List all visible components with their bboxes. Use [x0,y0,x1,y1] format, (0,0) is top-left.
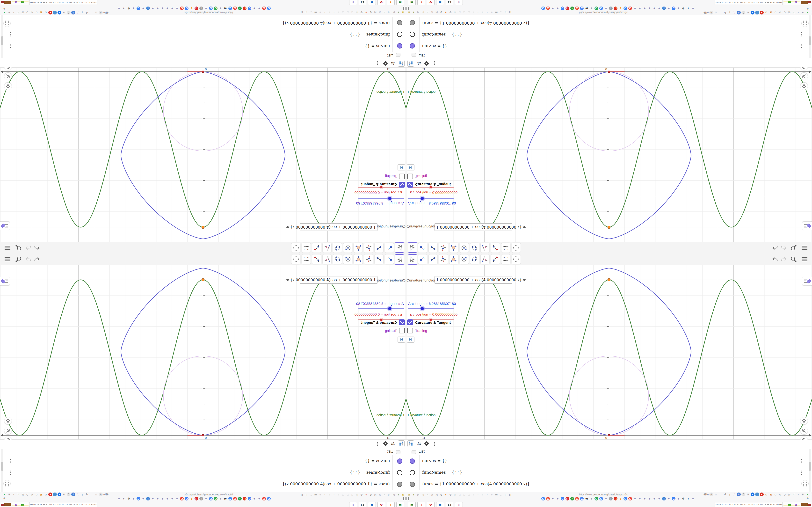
move-graphics-tool[interactable] [512,254,521,264]
flower-favicon[interactable]: ∗ [633,497,637,501]
headphones-icon[interactable]: ∩ [425,493,429,497]
pencil-icon[interactable]: ∕ [732,493,736,496]
arc-length-slider[interactable] [408,308,454,309]
arc-length-slider-thumb[interactable] [419,306,425,311]
notebook-tab[interactable]: ▤ [408,502,416,507]
firefox-tab[interactable]: ● [417,502,425,507]
dot-icon[interactable]: ○ [490,493,494,497]
shield-icon[interactable]: ◇ [783,493,786,496]
collapse-list-button[interactable]: – [412,450,416,454]
visibility-toggle[interactable] [410,470,415,475]
shield-icon[interactable]: ◇ [504,493,507,497]
forward-arrow-icon[interactable]: → [718,493,722,496]
wikipedia-favicon[interactable]: W [585,497,589,501]
angle-tool[interactable]: α [480,254,490,264]
flower-favicon[interactable]: ∗ [648,497,651,501]
ellipse-tool[interactable] [470,254,479,264]
google-favicon[interactable]: G [623,497,627,501]
perpendicular-line-tool[interactable] [439,254,448,264]
lock-icon[interactable]: ⊓ [508,493,512,497]
tree-view-icon[interactable] [407,440,414,447]
dot-icon[interactable]: • [476,493,480,497]
globe-color-icon[interactable]: ◉ [769,493,773,496]
trash-icon[interactable]: ⊔ [764,493,768,496]
dot-icon[interactable]: • [485,493,489,497]
ghost-icon[interactable]: □ [458,493,462,497]
google-favicon[interactable]: G [561,497,564,501]
search-icon[interactable] [790,256,797,263]
storage-tab[interactable]: 64 [446,502,453,507]
reload-icon[interactable]: ↺ [723,493,727,496]
display-tab[interactable]: ▦ [436,502,444,507]
globe-icon[interactable]: ◎ [453,493,457,497]
point-tool[interactable]: A [418,254,427,264]
addon-icon[interactable]: ● [412,493,416,497]
dot-icon[interactable]: ○ [471,493,475,497]
flower-favicon[interactable]: ∗ [590,497,593,501]
flower-favicon[interactable]: ∗ [556,497,559,501]
globe-icon[interactable]: ◎ [416,493,420,497]
pin-icon[interactable]: ◉ [407,493,411,497]
flower-favicon[interactable]: ∗ [638,497,642,501]
algebra-row-curves[interactable]: curves = {} [406,455,812,467]
google-favicon[interactable]: G [580,497,583,501]
plus-icon[interactable]: + [751,493,755,496]
blue-dot-favicon[interactable]: ● [662,497,666,501]
gear-icon[interactable] [423,440,430,447]
polygon-tool[interactable] [449,254,458,264]
curvature-tangent-checkbox[interactable] [407,320,413,325]
shield-icon[interactable]: ◇ [778,493,782,496]
home-button[interactable] [800,417,808,425]
address-bar-url[interactable]: https://www.geogebra.org/classic/aagcxh3… [579,493,640,496]
redo-button[interactable] [780,256,788,263]
tool-icon[interactable]: ∕ [797,493,800,496]
ghost-icon[interactable]: □ [467,493,471,497]
flower-favicon[interactable]: ∗ [643,497,647,501]
back-arrow-icon[interactable]: ← [499,493,503,497]
list-all-tabs-icon[interactable]: ∧ [807,496,809,500]
flower-favicon[interactable]: ∗ [551,497,555,501]
function-dropdown[interactable]: 1.000000000000 + cos(4.000000000000 x) [435,276,512,284]
move-tool[interactable] [408,254,417,265]
red-badge-icon[interactable]: ● [760,493,764,496]
flower-favicon[interactable]: ∗ [667,497,671,501]
download-icon[interactable]: ↓ [728,493,731,496]
wrench-icon[interactable]: ⊕ [439,493,443,497]
trash-icon[interactable]: ⊔ [773,493,777,496]
row-menu-icon[interactable] [801,459,802,463]
fx-view-icon[interactable]: fx [416,440,422,447]
scrollbar-thumb[interactable] [809,462,811,471]
scrollbar[interactable] [809,449,811,492]
visibility-toggle[interactable] [410,458,415,464]
flower-favicon[interactable]: ∗ [677,497,680,501]
gear-icon[interactable]: ⚙ [449,493,452,497]
arc-icon[interactable]: ∩ [430,493,434,497]
flower-favicon[interactable]: ∗ [653,497,656,501]
gear-icon[interactable]: ⚙ [746,493,750,496]
google-favicon[interactable]: G [628,497,632,501]
like-icon[interactable]: ✓ [792,493,796,496]
zoom-in-button[interactable] [800,427,808,434]
algebra-row-funcnames[interactable]: funcNames = {" "} [406,467,812,479]
folder-icon[interactable]: ▭ [495,493,498,497]
gear-favicon[interactable]: ⚙ [681,497,685,501]
shield-download-icon[interactable]: ↓ [755,493,759,496]
main-menu-icon[interactable] [801,256,808,263]
status-dot-icon[interactable]: • [810,493,812,496]
google-favicon[interactable]: G [541,497,545,501]
globe-icon[interactable]: ◎ [435,493,439,497]
line-tool[interactable] [428,254,438,264]
reflect-tool[interactable] [491,254,500,264]
info-favicon[interactable]: i [609,497,613,501]
translate-blue-icon[interactable]: A [737,493,741,496]
zoom-level-badge[interactable]: 81% [704,493,709,496]
flower-favicon[interactable]: ∗ [691,497,695,501]
slider-tool[interactable]: a = 2 [501,254,510,264]
flower-favicon[interactable]: ∗ [604,497,608,501]
more-options-icon[interactable] [434,442,435,446]
google-favicon[interactable]: G [546,497,550,501]
bookmark-star-icon[interactable]: ☆ [714,493,718,496]
translate-icon[interactable]: A [709,493,713,496]
google-favicon[interactable]: G [599,497,603,501]
globe-icon[interactable]: ◎ [421,493,425,497]
